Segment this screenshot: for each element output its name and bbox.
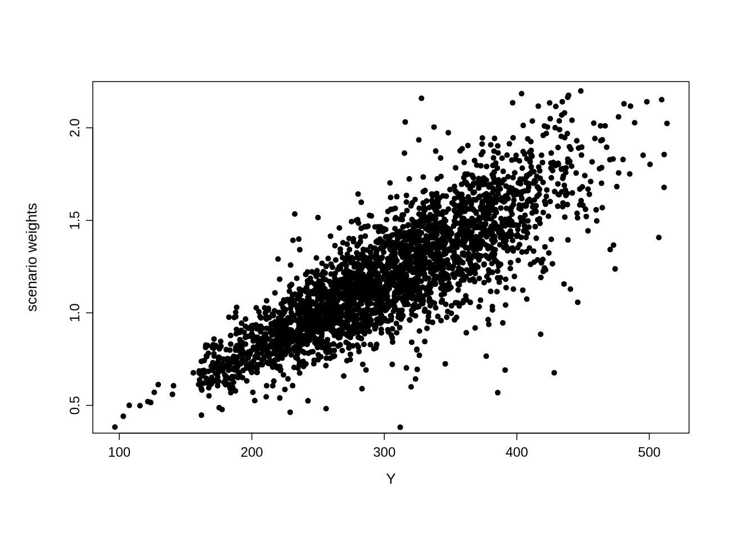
data-point [507,185,513,191]
data-point [260,342,266,348]
data-point [600,205,605,210]
data-point [499,198,505,204]
data-point [476,225,482,231]
data-point [454,300,460,306]
data-point [346,310,352,316]
data-point [299,338,304,344]
data-point [560,99,565,105]
data-point [374,289,379,294]
data-point [533,236,539,241]
data-point [417,328,422,334]
data-point [488,231,493,237]
data-point [418,260,424,266]
data-point [507,141,512,147]
data-point [628,104,633,109]
data-point [574,138,579,143]
data-point [343,276,348,282]
data-point [519,91,524,97]
data-point [345,299,351,304]
data-point [443,302,448,307]
data-point [394,286,400,292]
data-point [550,168,555,173]
data-point [112,424,118,430]
data-point [608,247,613,253]
data-point [539,160,545,165]
data-point [569,118,575,123]
data-point [372,269,378,274]
data-point [456,287,461,293]
data-point [332,353,338,359]
data-point [300,298,306,304]
data-point [553,104,559,109]
data-point [452,218,457,224]
data-point [502,223,508,229]
data-point [287,410,293,415]
data-point [223,377,228,382]
data-point [240,375,245,381]
data-point [430,272,436,277]
y-tick-label: 0.5 [67,396,82,415]
data-point [438,174,444,179]
data-point [489,260,495,266]
data-point [562,214,568,220]
data-point [507,228,513,234]
data-point [267,326,273,331]
data-point [472,325,478,331]
data-point [404,245,410,250]
data-point [520,149,526,155]
data-point [362,309,368,314]
data-point [526,184,532,190]
data-point [323,363,328,368]
data-point [356,220,361,226]
data-point [233,309,238,315]
data-point [515,227,521,232]
data-point [223,347,229,353]
data-point [474,218,480,223]
data-point [404,192,410,198]
data-point [503,302,508,308]
data-point [314,268,320,273]
data-point [467,222,473,228]
data-point [593,207,599,213]
data-point [484,177,489,183]
data-point [360,362,366,367]
data-point [251,346,256,352]
data-point [413,313,418,319]
data-point [317,326,322,331]
data-point [484,274,490,280]
data-point [464,245,469,250]
data-point [374,341,380,347]
data-point [304,341,310,347]
data-point [199,412,204,418]
x-tick-label: 200 [241,444,263,460]
data-point [323,356,329,361]
data-point [231,315,237,321]
data-point [199,385,204,391]
data-point [361,341,367,347]
data-point [542,244,548,250]
data-point [439,280,444,286]
data-point [443,287,449,292]
data-point [518,181,523,187]
data-point [454,314,460,320]
data-point [479,141,485,147]
data-point [449,303,454,309]
data-point [482,213,488,219]
data-point [426,259,432,265]
data-point [339,304,344,310]
data-point [228,333,233,339]
data-point [575,215,580,220]
data-point [389,277,394,282]
data-point [388,233,394,238]
data-point [331,348,337,353]
data-point [544,187,550,193]
data-point [616,114,622,120]
data-point [578,198,584,204]
data-point [510,175,516,181]
data-point [457,148,463,154]
data-point [288,301,294,307]
data-point [510,238,515,244]
data-point [492,199,497,205]
data-point [318,272,324,278]
data-point [425,236,431,242]
